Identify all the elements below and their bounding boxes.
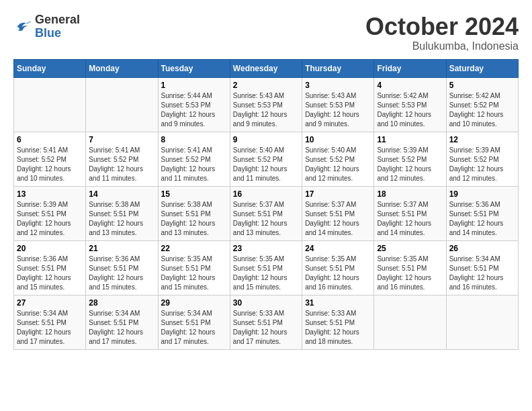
- daylight-text: Daylight: 12 hours and 13 minutes.: [161, 219, 227, 238]
- sunset-text: Sunset: 5:51 PM: [377, 264, 443, 273]
- sunrise-text: Sunrise: 5:38 AM: [89, 200, 154, 210]
- column-header-monday: Monday: [86, 59, 158, 77]
- column-header-thursday: Thursday: [302, 59, 374, 77]
- sunset-text: Sunset: 5:53 PM: [305, 101, 371, 110]
- daylight-text: Daylight: 12 hours and 12 minutes.: [449, 165, 515, 183]
- sunset-text: Sunset: 5:52 PM: [89, 155, 154, 165]
- column-header-wednesday: Wednesday: [230, 59, 302, 77]
- sunrise-text: Sunrise: 5:37 AM: [377, 200, 443, 210]
- logo-blue: Blue: [35, 26, 61, 40]
- daylight-text: Daylight: 12 hours and 11 minutes.: [161, 165, 227, 183]
- sunrise-text: Sunrise: 5:39 AM: [377, 146, 443, 155]
- sunset-text: Sunset: 5:52 PM: [449, 101, 515, 110]
- day-number: 13: [17, 189, 83, 199]
- daylight-text: Daylight: 12 hours and 14 minutes.: [305, 219, 371, 238]
- sunset-text: Sunset: 5:51 PM: [161, 318, 227, 328]
- calendar-body: 1Sunrise: 5:44 AMSunset: 5:53 PMDaylight…: [14, 77, 519, 349]
- day-number: 1: [161, 81, 227, 90]
- sunrise-text: Sunrise: 5:41 AM: [17, 146, 83, 155]
- sunrise-text: Sunrise: 5:33 AM: [233, 309, 299, 318]
- calendar-cell: 4Sunrise: 5:42 AMSunset: 5:53 PMDaylight…: [374, 77, 446, 132]
- calendar-cell: 15Sunrise: 5:38 AMSunset: 5:51 PMDayligh…: [158, 186, 230, 240]
- daylight-text: Daylight: 12 hours and 10 minutes.: [17, 165, 83, 183]
- day-number: 5: [449, 81, 515, 90]
- sunset-text: Sunset: 5:53 PM: [161, 101, 227, 110]
- daylight-text: Daylight: 12 hours and 16 minutes.: [449, 273, 515, 292]
- calendar-cell: 10Sunrise: 5:40 AMSunset: 5:52 PMDayligh…: [302, 132, 374, 186]
- sunset-text: Sunset: 5:52 PM: [161, 155, 227, 165]
- sunrise-text: Sunrise: 5:38 AM: [161, 200, 227, 210]
- calendar-cell: 9Sunrise: 5:40 AMSunset: 5:52 PMDaylight…: [230, 132, 302, 186]
- calendar-cell: 13Sunrise: 5:39 AMSunset: 5:51 PMDayligh…: [14, 186, 86, 240]
- calendar-cell: 31Sunrise: 5:33 AMSunset: 5:51 PMDayligh…: [302, 295, 374, 349]
- day-number: 6: [17, 135, 83, 144]
- calendar-cell: 30Sunrise: 5:33 AMSunset: 5:51 PMDayligh…: [230, 295, 302, 349]
- sunrise-text: Sunrise: 5:36 AM: [89, 255, 154, 264]
- calendar-cell: 20Sunrise: 5:36 AMSunset: 5:51 PMDayligh…: [14, 240, 86, 295]
- calendar-cell: [374, 295, 446, 349]
- calendar-cell: 23Sunrise: 5:35 AMSunset: 5:51 PMDayligh…: [230, 240, 302, 295]
- calendar-cell: 3Sunrise: 5:43 AMSunset: 5:53 PMDaylight…: [302, 77, 374, 132]
- calendar-cell: 27Sunrise: 5:34 AMSunset: 5:51 PMDayligh…: [14, 295, 86, 349]
- daylight-text: Daylight: 12 hours and 18 minutes.: [305, 328, 371, 347]
- location: Bulukumba, Indonesia: [365, 40, 519, 52]
- daylight-text: Daylight: 12 hours and 9 minutes.: [233, 110, 299, 129]
- sunset-text: Sunset: 5:52 PM: [449, 155, 515, 165]
- daylight-text: Daylight: 12 hours and 15 minutes.: [233, 273, 299, 292]
- sunrise-text: Sunrise: 5:34 AM: [161, 309, 227, 318]
- calendar-cell: 22Sunrise: 5:35 AMSunset: 5:51 PMDayligh…: [158, 240, 230, 295]
- sunset-text: Sunset: 5:51 PM: [305, 318, 371, 328]
- sunset-text: Sunset: 5:51 PM: [17, 318, 83, 328]
- daylight-text: Daylight: 12 hours and 10 minutes.: [449, 110, 515, 129]
- sunrise-text: Sunrise: 5:41 AM: [89, 146, 154, 155]
- logo-bird-icon: [13, 17, 32, 36]
- sunset-text: Sunset: 5:51 PM: [233, 318, 299, 328]
- daylight-text: Daylight: 12 hours and 15 minutes.: [89, 273, 154, 292]
- sunrise-text: Sunrise: 5:35 AM: [377, 255, 443, 264]
- calendar-week-row: 1Sunrise: 5:44 AMSunset: 5:53 PMDaylight…: [14, 77, 519, 132]
- daylight-text: Daylight: 12 hours and 11 minutes.: [89, 165, 154, 183]
- logo-general: General: [35, 13, 80, 26]
- daylight-text: Daylight: 12 hours and 17 minutes.: [233, 328, 299, 347]
- sunset-text: Sunset: 5:51 PM: [161, 264, 227, 273]
- sunset-text: Sunset: 5:51 PM: [449, 210, 515, 219]
- calendar-cell: 26Sunrise: 5:34 AMSunset: 5:51 PMDayligh…: [446, 240, 518, 295]
- sunrise-text: Sunrise: 5:42 AM: [377, 91, 443, 101]
- calendar-cell: 6Sunrise: 5:41 AMSunset: 5:52 PMDaylight…: [14, 132, 86, 186]
- sunrise-text: Sunrise: 5:40 AM: [305, 146, 371, 155]
- day-number: 31: [305, 298, 371, 308]
- column-header-friday: Friday: [374, 59, 446, 77]
- daylight-text: Daylight: 12 hours and 15 minutes.: [161, 273, 227, 292]
- calendar-week-row: 6Sunrise: 5:41 AMSunset: 5:52 PMDaylight…: [14, 132, 519, 186]
- sunrise-text: Sunrise: 5:34 AM: [89, 309, 154, 318]
- sunset-text: Sunset: 5:51 PM: [449, 264, 515, 273]
- calendar-cell: [86, 77, 158, 132]
- sunset-text: Sunset: 5:51 PM: [305, 264, 371, 273]
- calendar-table: SundayMondayTuesdayWednesdayThursdayFrid…: [13, 59, 519, 350]
- daylight-text: Daylight: 12 hours and 12 minutes.: [305, 165, 371, 183]
- day-number: 20: [17, 244, 83, 253]
- sunrise-text: Sunrise: 5:34 AM: [449, 255, 515, 264]
- sunrise-text: Sunrise: 5:36 AM: [17, 255, 83, 264]
- sunrise-text: Sunrise: 5:37 AM: [233, 200, 299, 210]
- day-number: 10: [305, 135, 371, 144]
- day-number: 3: [305, 81, 371, 90]
- calendar-cell: 24Sunrise: 5:35 AMSunset: 5:51 PMDayligh…: [302, 240, 374, 295]
- daylight-text: Daylight: 12 hours and 16 minutes.: [377, 273, 443, 292]
- daylight-text: Daylight: 12 hours and 13 minutes.: [233, 219, 299, 238]
- calendar-cell: 2Sunrise: 5:43 AMSunset: 5:53 PMDaylight…: [230, 77, 302, 132]
- daylight-text: Daylight: 12 hours and 12 minutes.: [377, 165, 443, 183]
- daylight-text: Daylight: 12 hours and 9 minutes.: [161, 110, 227, 129]
- sunset-text: Sunset: 5:53 PM: [377, 101, 443, 110]
- calendar-week-row: 27Sunrise: 5:34 AMSunset: 5:51 PMDayligh…: [14, 295, 519, 349]
- day-number: 2: [233, 81, 299, 90]
- day-number: 15: [161, 189, 227, 199]
- column-header-sunday: Sunday: [14, 59, 86, 77]
- sunrise-text: Sunrise: 5:40 AM: [233, 146, 299, 155]
- sunset-text: Sunset: 5:51 PM: [233, 210, 299, 219]
- day-number: 14: [89, 189, 154, 199]
- sunset-text: Sunset: 5:51 PM: [89, 264, 154, 273]
- sunrise-text: Sunrise: 5:42 AM: [449, 91, 515, 101]
- sunset-text: Sunset: 5:51 PM: [305, 210, 371, 219]
- calendar-cell: 8Sunrise: 5:41 AMSunset: 5:52 PMDaylight…: [158, 132, 230, 186]
